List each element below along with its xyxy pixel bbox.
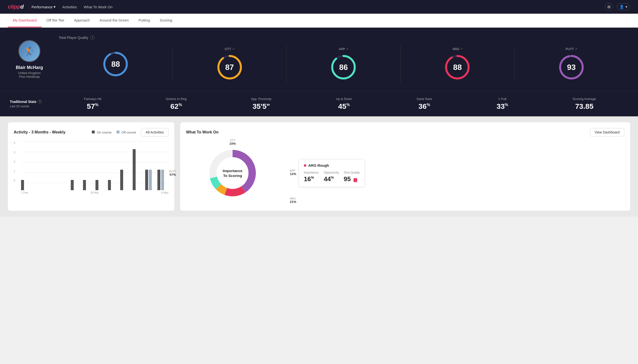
tab-bar: My Dashboard Off the Tee Approach Around… — [0, 14, 638, 28]
bar-group-7 — [95, 180, 106, 190]
activity-legend: On course Off course — [92, 130, 136, 134]
circle-total: 88 — [102, 50, 129, 78]
user-chevron-icon: ▾ — [625, 5, 627, 9]
bar-on — [95, 180, 98, 190]
stat-app-proximity: App. Proximity 35'5" — [251, 97, 272, 110]
app-logo: clippd — [8, 4, 24, 10]
x-label-mar: 28 Mar — [90, 191, 99, 194]
quality-arg: ARG ↗ 88 — [400, 45, 514, 83]
metric-importance: Importance 16% — [304, 171, 320, 183]
user-menu-button[interactable]: 👤 ▾ — [617, 4, 630, 10]
activity-bar-chart: 4 3 2 1 0 — [14, 141, 168, 190]
what-to-work-on-panel: What To Work On View Dashboard OTT 10% A… — [180, 122, 630, 211]
stat-1-putt: 1 Putt 33% — [497, 97, 508, 110]
bar-group-12 — [157, 170, 168, 190]
quality-putt: PUTT ↗ 93 — [515, 45, 628, 83]
info-card-metrics: Importance 16% Opportunity 44% Shot Qual… — [304, 171, 360, 183]
tab-around-the-green[interactable]: Around the Green — [95, 14, 134, 28]
y-label-4: 4 — [14, 141, 15, 144]
y-label-1: 1 — [14, 170, 15, 172]
quality-ott-label: OTT ↗ — [225, 47, 234, 51]
y-axis: 4 3 2 1 0 — [14, 141, 15, 183]
nav-links: Performance ▾ Activities What To Work On — [32, 5, 113, 9]
stat-label: Greens In Reg — [166, 97, 186, 101]
bar-on — [145, 170, 148, 190]
trad-stats-period: Last 20 rounds — [10, 105, 42, 108]
bar-group-9 — [120, 170, 131, 190]
on-course-dot — [92, 130, 95, 134]
tab-scoring[interactable]: Scoring — [155, 14, 177, 28]
player-handicap: Plus Handicap — [19, 75, 40, 78]
tab-approach[interactable]: Approach — [69, 14, 95, 28]
activity-panel-title: Activity - 3 Months - Weekly — [14, 130, 65, 134]
bar-on — [83, 180, 86, 190]
circle-app: 86 — [330, 54, 357, 81]
what-to-work-on-header: What To Work On View Dashboard — [186, 128, 624, 136]
quality-app: APP ↗ 86 — [287, 45, 400, 83]
stat-label: 1 Putt — [497, 97, 508, 101]
donut-wrapper: OTT 10% APP 12% ARG 21% PUTT 57% — [186, 141, 279, 205]
stat-value: 57% — [84, 102, 102, 110]
bar-on — [108, 180, 111, 190]
tab-my-dashboard[interactable]: My Dashboard — [8, 14, 42, 28]
add-button[interactable]: ⊕ — [605, 3, 613, 11]
legend-off-course: Off course — [117, 130, 136, 134]
nav-performance[interactable]: Performance ▾ — [32, 5, 56, 9]
bar-on — [157, 170, 160, 190]
donut-chart: Importance To Scoring — [206, 146, 260, 200]
chart-bars — [21, 146, 168, 190]
all-activities-button[interactable]: All Activities — [141, 128, 168, 136]
stat-value: 35'5" — [251, 102, 272, 110]
score-arg: 88 — [453, 63, 462, 72]
nav-right: ⊕ 👤 ▾ — [605, 3, 630, 11]
avatar: 🏌️ — [18, 40, 40, 62]
bottom-panels: Activity - 3 Months - Weekly On course O… — [0, 116, 638, 216]
label-arg: ARG 21% — [290, 197, 296, 204]
nav-what-to-work-on[interactable]: What To Work On — [84, 5, 113, 9]
trend-arrow-arg: ↗ — [460, 48, 463, 50]
bar-on — [71, 180, 74, 190]
quality-putt-label: PUTT ↗ — [565, 47, 577, 51]
y-label-2: 2 — [14, 160, 15, 163]
bar-group-5 — [71, 180, 82, 190]
view-dashboard-button[interactable]: View Dashboard — [590, 128, 624, 136]
y-label-3: 3 — [14, 151, 15, 154]
stat-label: App. Proximity — [251, 97, 272, 101]
bar-group-6 — [83, 180, 94, 190]
label-putt: PUTT 57% — [169, 170, 176, 176]
tab-off-the-tee[interactable]: Off the Tee — [42, 14, 69, 28]
circle-putt: 93 — [558, 54, 585, 81]
x-label-may: 9 May — [161, 191, 168, 194]
trad-stats-items: Fairways Hit 57% Greens In Reg 62% App. … — [52, 97, 628, 110]
metric-shot-quality: Shot Quality 95 ↓ — [344, 171, 360, 183]
metric-opportunity: Opportunity 44% — [324, 171, 340, 183]
bar-group-8 — [108, 180, 119, 190]
stat-label: Sand Save — [416, 97, 432, 101]
stat-scoring-average: Scoring Average 73.85 — [573, 97, 596, 110]
score-app: 86 — [339, 63, 348, 72]
grid-line-4 — [21, 141, 168, 142]
stat-fairways-hit: Fairways Hit 57% — [84, 97, 102, 110]
x-axis: 7 Feb 28 Mar 9 May — [14, 191, 168, 194]
quality-label: Total Player Quality ? — [59, 36, 628, 40]
traditional-stats-section: Traditional Stats ? Last 20 rounds Fairw… — [0, 91, 638, 116]
bar-off — [149, 170, 152, 190]
x-label-feb: 7 Feb — [21, 191, 28, 194]
stat-sand-save: Sand Save 36% — [416, 97, 432, 110]
shot-quality-badge: ↓ — [353, 178, 357, 182]
nav-activities[interactable]: Activities — [62, 5, 77, 9]
tab-putting[interactable]: Putting — [134, 14, 155, 28]
stat-label: Fairways Hit — [84, 97, 102, 101]
stat-label: Up & Down — [336, 97, 352, 101]
stat-value: 45% — [336, 102, 352, 110]
top-navigation: clippd Performance ▾ Activities What To … — [0, 0, 638, 14]
stat-greens-in-reg: Greens In Reg 62% — [166, 97, 186, 110]
y-label-0: 0 — [14, 179, 15, 182]
stat-value: 33% — [497, 102, 508, 110]
trend-arrow-ott: ↗ — [232, 48, 234, 50]
stat-up-down: Up & Down 45% — [336, 97, 352, 110]
player-name: Blair McHarg — [16, 65, 43, 70]
donut-center-text: Importance To Scoring — [223, 168, 243, 178]
chevron-down-icon: ▾ — [54, 5, 56, 9]
activity-panel-header: Activity - 3 Months - Weekly On course O… — [14, 128, 168, 136]
